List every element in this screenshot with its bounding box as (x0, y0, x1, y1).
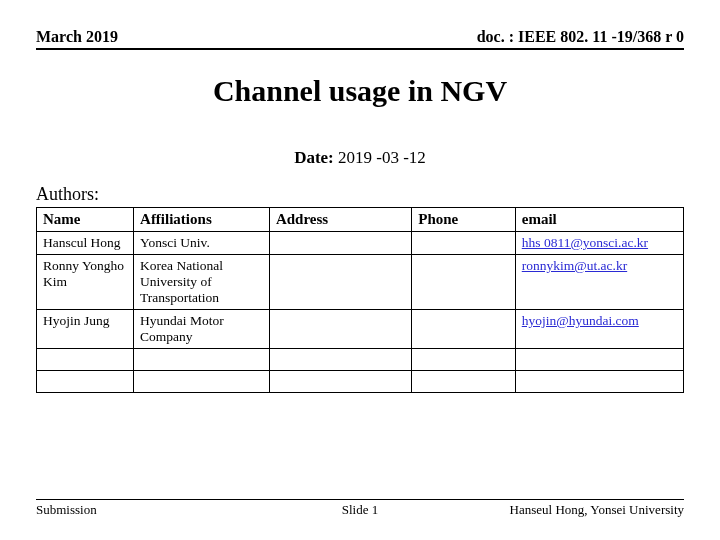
cell-phone (412, 349, 516, 371)
footer-right: Hanseul Hong, Yonsei University (510, 502, 684, 518)
cell-aff (134, 371, 270, 393)
cell-aff: Korea National University of Transportat… (134, 255, 270, 310)
table-row (37, 349, 684, 371)
cell-name: Hanscul Hong (37, 232, 134, 255)
cell-email: ronnykim@ut.ac.kr (515, 255, 683, 310)
page-title: Channel usage in NGV (36, 74, 684, 108)
header-date: March 2019 (36, 28, 118, 46)
cell-name (37, 349, 134, 371)
email-link[interactable]: hhs 0811@yonsci.ac.kr (522, 235, 648, 250)
col-phone: Phone (412, 208, 516, 232)
email-link[interactable]: ronnykim@ut.ac.kr (522, 258, 627, 273)
col-name: Name (37, 208, 134, 232)
date-row: Date: 2019 -03 -12 (36, 148, 684, 168)
date-label: Date: (294, 148, 334, 167)
cell-aff: Hyundai Motor Company (134, 310, 270, 349)
cell-email (515, 349, 683, 371)
cell-aff (134, 349, 270, 371)
table-row (37, 371, 684, 393)
date-value: 2019 -03 -12 (338, 148, 426, 167)
cell-name: Hyojin Jung (37, 310, 134, 349)
cell-phone (412, 232, 516, 255)
table-row: Hanscul Hong Yonsci Univ. hhs 0811@yonsc… (37, 232, 684, 255)
cell-addr (269, 255, 411, 310)
cell-addr (269, 349, 411, 371)
footer-left: Submission (36, 502, 97, 518)
cell-aff: Yonsci Univ. (134, 232, 270, 255)
cell-email: hhs 0811@yonsci.ac.kr (515, 232, 683, 255)
cell-email: hyojin@hyundai.com (515, 310, 683, 349)
doc-header: March 2019 doc. : IEEE 802. 11 -19/368 r… (36, 28, 684, 50)
cell-addr (269, 232, 411, 255)
table-row: Ronny Yongho Kim Korea National Universi… (37, 255, 684, 310)
cell-phone (412, 255, 516, 310)
authors-label: Authors: (36, 184, 684, 205)
cell-addr (269, 371, 411, 393)
authors-table: Name Affiliations Address Phone email Ha… (36, 207, 684, 393)
cell-email (515, 371, 683, 393)
cell-name (37, 371, 134, 393)
table-row: Hyojin Jung Hyundai Motor Company hyojin… (37, 310, 684, 349)
col-email: email (515, 208, 683, 232)
header-docid: doc. : IEEE 802. 11 -19/368 r 0 (477, 28, 684, 46)
cell-phone (412, 371, 516, 393)
col-addr: Address (269, 208, 411, 232)
cell-addr (269, 310, 411, 349)
col-aff: Affiliations (134, 208, 270, 232)
doc-footer: Submission Slide 1 Hanseul Hong, Yonsei … (36, 499, 684, 518)
cell-name: Ronny Yongho Kim (37, 255, 134, 310)
table-header-row: Name Affiliations Address Phone email (37, 208, 684, 232)
cell-phone (412, 310, 516, 349)
email-link[interactable]: hyojin@hyundai.com (522, 313, 639, 328)
